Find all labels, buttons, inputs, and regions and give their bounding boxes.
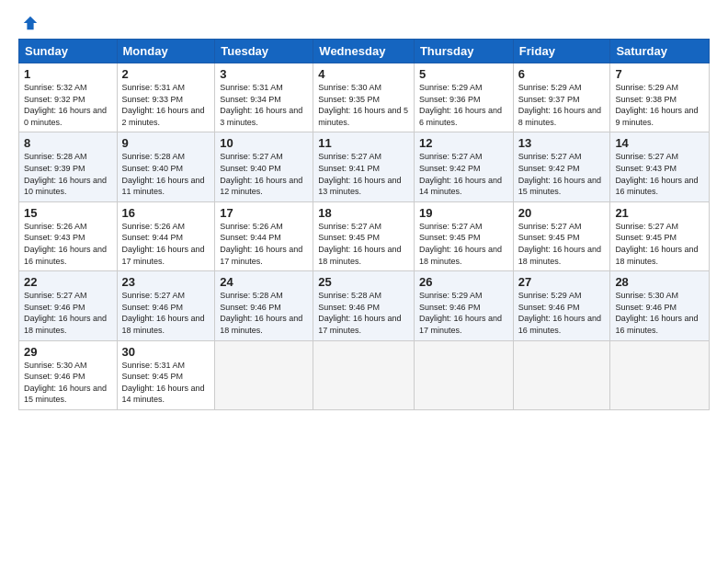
header-friday: Friday [513,40,610,63]
cell-info: Sunrise: 5:28 AMSunset: 9:40 PMDaylight:… [122,152,205,196]
cell-info: Sunrise: 5:29 AMSunset: 9:37 PMDaylight:… [518,83,601,127]
day-number: 14 [615,136,704,150]
header-saturday: Saturday [610,40,710,63]
cell-info: Sunrise: 5:27 AMSunset: 9:45 PMDaylight:… [615,222,698,266]
cell-info: Sunrise: 5:27 AMSunset: 9:42 PMDaylight:… [419,152,502,196]
calendar-cell: 15 Sunrise: 5:26 AMSunset: 9:43 PMDaylig… [19,201,118,270]
day-number: 11 [318,136,409,150]
day-number: 15 [24,206,112,220]
day-number: 5 [419,67,508,81]
cell-info: Sunrise: 5:30 AMSunset: 9:46 PMDaylight:… [615,291,698,335]
calendar-cell: 14 Sunrise: 5:27 AMSunset: 9:43 PMDaylig… [610,132,710,201]
header-thursday: Thursday [414,40,513,63]
calendar-cell: 30 Sunrise: 5:31 AMSunset: 9:45 PMDaylig… [117,340,215,409]
logo-icon [22,15,39,31]
calendar-cell: 23 Sunrise: 5:27 AMSunset: 9:46 PMDaylig… [117,271,215,340]
day-number: 20 [518,206,606,220]
day-number: 18 [318,206,409,220]
calendar-cell: 24 Sunrise: 5:28 AMSunset: 9:46 PMDaylig… [215,271,313,340]
day-number: 2 [122,67,210,81]
cell-info: Sunrise: 5:27 AMSunset: 9:45 PMDaylight:… [419,222,502,266]
calendar-cell: 22 Sunrise: 5:27 AMSunset: 9:46 PMDaylig… [19,271,118,340]
day-number: 30 [122,345,210,359]
day-number: 4 [318,67,409,81]
calendar-cell: 19 Sunrise: 5:27 AMSunset: 9:45 PMDaylig… [414,201,513,270]
cell-info: Sunrise: 5:31 AMSunset: 9:45 PMDaylight:… [122,361,205,405]
day-number: 24 [220,275,308,289]
calendar-cell: 16 Sunrise: 5:26 AMSunset: 9:44 PMDaylig… [117,201,215,270]
cell-info: Sunrise: 5:28 AMSunset: 9:46 PMDaylight:… [318,291,401,335]
cell-info: Sunrise: 5:28 AMSunset: 9:39 PMDaylight:… [24,152,107,196]
calendar-cell: 20 Sunrise: 5:27 AMSunset: 9:45 PMDaylig… [513,201,610,270]
page: SundayMondayTuesdayWednesdayThursdayFrid… [0,0,728,563]
calendar-cell [313,340,415,409]
calendar-cell: 8 Sunrise: 5:28 AMSunset: 9:39 PMDayligh… [19,132,118,201]
calendar-cell: 28 Sunrise: 5:30 AMSunset: 9:46 PMDaylig… [610,271,710,340]
calendar-cell: 18 Sunrise: 5:27 AMSunset: 9:45 PMDaylig… [313,201,415,270]
cell-info: Sunrise: 5:27 AMSunset: 9:46 PMDaylight:… [122,291,205,335]
day-number: 23 [122,275,210,289]
day-number: 6 [518,67,606,81]
cell-info: Sunrise: 5:27 AMSunset: 9:42 PMDaylight:… [518,152,601,196]
week-row-5: 29 Sunrise: 5:30 AMSunset: 9:46 PMDaylig… [19,340,710,409]
cell-info: Sunrise: 5:27 AMSunset: 9:46 PMDaylight:… [24,291,107,335]
day-number: 9 [122,136,210,150]
day-number: 19 [419,206,508,220]
week-row-3: 15 Sunrise: 5:26 AMSunset: 9:43 PMDaylig… [19,201,710,270]
cell-info: Sunrise: 5:28 AMSunset: 9:46 PMDaylight:… [220,291,302,335]
cell-info: Sunrise: 5:26 AMSunset: 9:43 PMDaylight:… [24,222,107,266]
cell-info: Sunrise: 5:31 AMSunset: 9:34 PMDaylight:… [220,83,302,127]
calendar-cell: 10 Sunrise: 5:27 AMSunset: 9:40 PMDaylig… [215,132,313,201]
calendar-cell: 2 Sunrise: 5:31 AMSunset: 9:33 PMDayligh… [117,63,215,132]
week-row-2: 8 Sunrise: 5:28 AMSunset: 9:39 PMDayligh… [19,132,710,201]
cell-info: Sunrise: 5:29 AMSunset: 9:46 PMDaylight:… [419,291,502,335]
calendar-cell [414,340,513,409]
day-number: 7 [615,67,704,81]
cell-info: Sunrise: 5:31 AMSunset: 9:33 PMDaylight:… [122,83,205,127]
calendar-cell: 29 Sunrise: 5:30 AMSunset: 9:46 PMDaylig… [19,340,118,409]
calendar-cell: 27 Sunrise: 5:29 AMSunset: 9:46 PMDaylig… [513,271,610,340]
week-row-1: 1 Sunrise: 5:32 AMSunset: 9:32 PMDayligh… [19,63,710,132]
cell-info: Sunrise: 5:27 AMSunset: 9:40 PMDaylight:… [220,152,302,196]
header-wednesday: Wednesday [313,40,415,63]
cell-info: Sunrise: 5:27 AMSunset: 9:43 PMDaylight:… [615,152,698,196]
day-number: 21 [615,206,704,220]
cell-info: Sunrise: 5:26 AMSunset: 9:44 PMDaylight:… [122,222,205,266]
header-monday: Monday [117,40,215,63]
day-number: 10 [220,136,308,150]
day-number: 22 [24,275,112,289]
calendar-cell: 1 Sunrise: 5:32 AMSunset: 9:32 PMDayligh… [19,63,118,132]
logo [18,15,39,31]
svg-marker-0 [24,17,37,29]
week-row-4: 22 Sunrise: 5:27 AMSunset: 9:46 PMDaylig… [19,271,710,340]
day-number: 29 [24,345,112,359]
day-number: 12 [419,136,508,150]
calendar-cell [513,340,610,409]
cell-info: Sunrise: 5:32 AMSunset: 9:32 PMDaylight:… [24,83,107,127]
day-number: 16 [122,206,210,220]
cell-info: Sunrise: 5:29 AMSunset: 9:38 PMDaylight:… [615,83,698,127]
calendar-cell [215,340,313,409]
calendar-cell: 21 Sunrise: 5:27 AMSunset: 9:45 PMDaylig… [610,201,710,270]
calendar-cell: 12 Sunrise: 5:27 AMSunset: 9:42 PMDaylig… [414,132,513,201]
cell-info: Sunrise: 5:29 AMSunset: 9:46 PMDaylight:… [518,291,601,335]
day-number: 8 [24,136,112,150]
day-number: 13 [518,136,606,150]
day-number: 3 [220,67,308,81]
header-tuesday: Tuesday [215,40,313,63]
calendar-cell: 6 Sunrise: 5:29 AMSunset: 9:37 PMDayligh… [513,63,610,132]
cell-info: Sunrise: 5:27 AMSunset: 9:41 PMDaylight:… [318,152,401,196]
calendar-table: SundayMondayTuesdayWednesdayThursdayFrid… [18,39,710,410]
cell-info: Sunrise: 5:29 AMSunset: 9:36 PMDaylight:… [419,83,502,127]
cell-info: Sunrise: 5:30 AMSunset: 9:35 PMDaylight:… [318,83,408,127]
cell-info: Sunrise: 5:27 AMSunset: 9:45 PMDaylight:… [318,222,401,266]
calendar-cell: 4 Sunrise: 5:30 AMSunset: 9:35 PMDayligh… [313,63,415,132]
day-number: 27 [518,275,606,289]
header [18,15,710,31]
calendar-cell [610,340,710,409]
day-number: 17 [220,206,308,220]
day-number: 1 [24,67,112,81]
cell-info: Sunrise: 5:30 AMSunset: 9:46 PMDaylight:… [24,361,107,405]
calendar-cell: 17 Sunrise: 5:26 AMSunset: 9:44 PMDaylig… [215,201,313,270]
cell-info: Sunrise: 5:27 AMSunset: 9:45 PMDaylight:… [518,222,601,266]
